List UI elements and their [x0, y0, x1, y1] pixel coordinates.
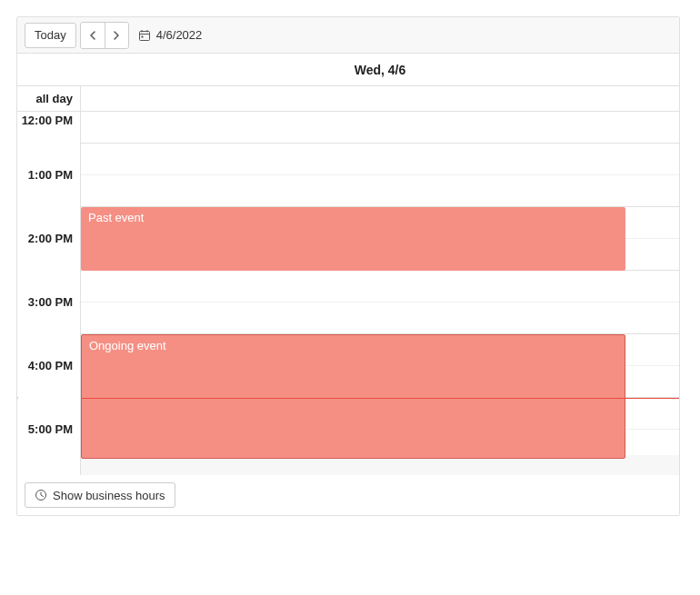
- slot-line: [81, 175, 679, 207]
- day-header[interactable]: Wed, 4/6: [81, 54, 679, 85]
- time-grid: 12:00 PM1:00 PM2:00 PM3:00 PM4:00 PM5:00…: [17, 112, 679, 475]
- toolbar: Today 4/6/2022: [17, 17, 679, 54]
- time-label: 2:00 PM: [28, 232, 73, 245]
- event-ongoing[interactable]: Ongoing event: [81, 334, 625, 459]
- clock-icon: [35, 489, 47, 501]
- allday-cell[interactable]: [81, 86, 679, 111]
- next-button[interactable]: [105, 23, 128, 48]
- time-label: 1:00 PM: [28, 168, 73, 182]
- nav-group: [80, 22, 129, 49]
- date-picker[interactable]: 4/6/2022: [138, 28, 203, 42]
- allday-label: all day: [17, 86, 81, 111]
- svg-rect-4: [141, 35, 143, 37]
- slot-column[interactable]: Past eventOngoing event: [81, 112, 679, 475]
- event-past[interactable]: Past event: [81, 207, 625, 271]
- time-label: 5:00 PM: [28, 422, 73, 436]
- slot-line: [81, 302, 679, 334]
- show-business-hours-button[interactable]: Show business hours: [25, 482, 175, 508]
- slot-line: [81, 271, 679, 302]
- current-time-line: [81, 398, 679, 399]
- current-time-marker-icon: [17, 394, 18, 402]
- chevron-right-icon: [113, 31, 120, 40]
- footer: Show business hours: [17, 475, 679, 515]
- time-label: 4:00 PM: [28, 359, 73, 372]
- header-row: Wed, 4/6: [17, 54, 679, 86]
- chevron-left-icon: [89, 31, 96, 40]
- date-text: 4/6/2022: [156, 28, 203, 42]
- event-title: Ongoing event: [89, 339, 617, 352]
- slot-line: [81, 112, 679, 144]
- prev-button[interactable]: [81, 23, 105, 48]
- slot-line: [81, 144, 679, 175]
- show-business-hours-label: Show business hours: [53, 489, 165, 502]
- event-title: Past event: [88, 211, 618, 224]
- calendar-icon: [138, 29, 151, 42]
- allday-row: all day: [17, 86, 679, 112]
- time-label: 3:00 PM: [28, 295, 73, 309]
- svg-rect-0: [139, 31, 149, 40]
- time-gutter-header: [17, 54, 81, 85]
- time-column: 12:00 PM1:00 PM2:00 PM3:00 PM4:00 PM5:00…: [17, 112, 81, 475]
- today-button[interactable]: Today: [25, 23, 76, 48]
- time-label: 12:00 PM: [22, 114, 73, 127]
- scheduler: Today 4/6/2022 Wed, 4/6 all day 12:00 PM…: [16, 16, 680, 516]
